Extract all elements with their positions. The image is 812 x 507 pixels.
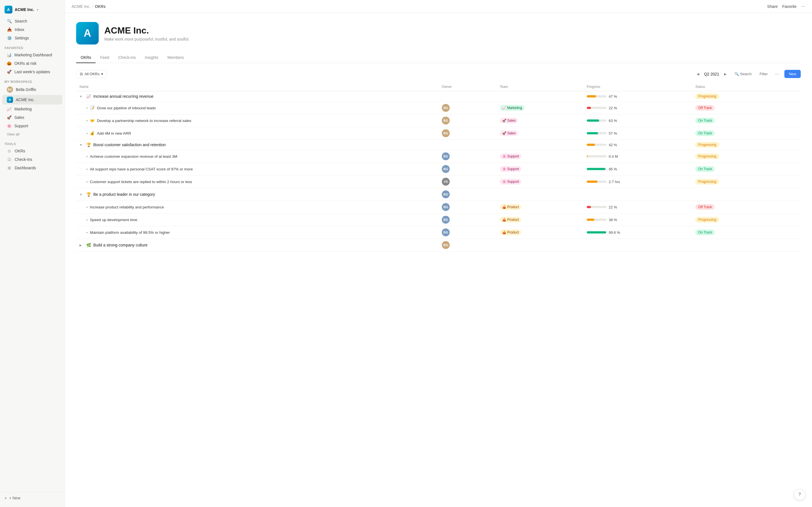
marketing-dashboard-label: Marketing Dashboard	[14, 53, 52, 57]
kr-bullet-icon: ●	[86, 180, 88, 183]
kr-owner-cell: BG	[439, 226, 497, 239]
objective-icon: 🏆	[86, 192, 91, 196]
objective-team-cell	[497, 140, 583, 150]
progress-bar-bg	[587, 206, 606, 208]
team-badge: 📈 Marketing	[500, 105, 524, 111]
objective-team-cell	[497, 91, 583, 102]
progress-bar-fill	[587, 219, 594, 221]
kr-team-cell: 🎪 Product	[497, 214, 583, 226]
workspace-selector[interactable]: A ACME Inc. ▾	[0, 3, 64, 17]
next-period-button[interactable]: ▶	[722, 71, 729, 77]
sidebar-item-okrs[interactable]: ⊙ OKRs	[2, 147, 62, 155]
kr-bullet-icon: ●	[86, 107, 88, 109]
kr-status-cell: Off Track	[692, 201, 801, 214]
kr-team-cell: 🌸 Support	[497, 175, 583, 188]
expand-icon[interactable]: ▼	[80, 144, 84, 147]
kr-status-cell: Off Track	[692, 102, 801, 114]
tab-feed[interactable]: Feed	[96, 52, 114, 63]
progress-cell: 0.4 M	[587, 154, 689, 159]
expand-icon[interactable]: ▼	[80, 193, 84, 196]
progress-bar-bg	[587, 119, 606, 122]
breadcrumb-parent[interactable]: ACME Inc.	[71, 4, 91, 9]
team-badge: 🎪 Product	[500, 217, 521, 223]
progress-cell: 2.7 hrs	[587, 180, 689, 184]
kr-icon: 🤝	[90, 118, 95, 123]
tab-insights[interactable]: Insights	[140, 52, 163, 63]
tab-members[interactable]: Members	[163, 52, 188, 63]
kr-label: All support reps have a personal CSAT sc…	[90, 167, 193, 171]
sidebar-item-okrs-at-risk[interactable]: 🎃 OKRs at risk	[2, 59, 62, 67]
kr-progress-cell: 2.7 hrs	[583, 175, 692, 188]
tabs: OKRs Feed Check-ins Insights Members	[76, 52, 801, 63]
objective-icon: 📈	[86, 94, 91, 99]
support-icon: 🌸	[7, 124, 11, 128]
more-options-button[interactable]: ···	[801, 3, 805, 9]
col-header-status: Status	[692, 82, 801, 91]
inbox-icon: 📥	[7, 27, 12, 32]
all-okrs-filter[interactable]: ⊟ All OKRs ▾	[76, 70, 107, 78]
objective-icon: 🏆	[86, 143, 91, 147]
progress-bar-bg	[587, 168, 606, 170]
toolbar-more-button[interactable]: ···	[773, 70, 781, 77]
sidebar-item-support[interactable]: 🌸 Support	[2, 122, 62, 130]
owner-avatar: BG	[442, 216, 450, 224]
help-button[interactable]: ?	[794, 489, 805, 500]
kr-status-cell: Progressing	[692, 150, 801, 163]
sidebar-item-marketing-dashboard[interactable]: 📊 Marketing Dashboard	[2, 51, 62, 59]
company-info: ACME Inc. Make work more purposeful, tru…	[104, 25, 190, 41]
status-badge: On Track	[695, 130, 715, 136]
filter-button[interactable]: Filter	[757, 71, 770, 77]
company-logo-letter: A	[84, 27, 91, 39]
view-all-link[interactable]: View all	[2, 130, 62, 138]
progress-bar-bg	[587, 180, 606, 183]
status-badge: Off Track	[695, 204, 714, 210]
kr-bullet-icon: ●	[86, 119, 88, 122]
prev-period-button[interactable]: ◀	[695, 71, 701, 77]
progress-text: 63 %	[609, 119, 617, 123]
dashboards-icon: ⊞	[7, 166, 12, 170]
owner-avatar: BG	[442, 129, 450, 137]
sidebar-item-settings[interactable]: ⚙️ Settings	[2, 34, 62, 42]
team-badge: 🎪 Product	[500, 230, 521, 235]
search-button[interactable]: 🔍 Search	[732, 71, 754, 77]
sidebar-item-last-weeks-updates[interactable]: 🚀 Last week's updates	[2, 68, 62, 76]
content-area: A ACME Inc. Make work more purposeful, t…	[65, 13, 812, 507]
new-item-button[interactable]: + + New	[0, 492, 64, 504]
kr-label: Grow our pipeline of inbound leads	[97, 106, 156, 110]
kr-team-cell: 🚀 Sales	[497, 114, 583, 127]
table-row: ● Speed up development time BG🎪 Product …	[76, 214, 801, 226]
sidebar-item-search[interactable]: 🔍 Search	[2, 17, 62, 25]
sidebar-item-checkins[interactable]: ☑ Check-ins	[2, 156, 62, 163]
sidebar-item-sales[interactable]: 🚀 Sales	[2, 114, 62, 121]
expand-icon[interactable]: ▼	[80, 95, 84, 98]
progress-bar-fill	[587, 231, 606, 233]
favorite-button[interactable]: Favorite	[782, 4, 797, 9]
kr-name: ● Maintain platform availability of 99.5…	[80, 230, 435, 235]
progress-cell: 38 %	[587, 218, 689, 222]
objective-label: Boost customer satisfaction and retentio…	[93, 143, 166, 147]
share-button[interactable]: Share	[767, 4, 777, 9]
company-header: A ACME Inc. Make work more purposeful, t…	[76, 22, 801, 45]
tab-okrs[interactable]: OKRs	[76, 52, 96, 63]
progress-cell: 63 %	[587, 119, 689, 123]
kr-progress-cell: 38 %	[583, 214, 692, 226]
sidebar-item-inbox[interactable]: 📥 Inbox	[2, 25, 62, 34]
objective-team-cell	[497, 188, 583, 201]
progress-text: 99.6 %	[609, 230, 620, 235]
period-label: Q2 2021	[704, 72, 719, 76]
kr-owner-cell: BG	[439, 201, 497, 214]
objective-row: ▶ 🌿 Build a strong company culture BG	[76, 239, 801, 251]
dashboards-label: Dashboards	[15, 166, 36, 170]
progress-bar-fill	[587, 132, 598, 134]
okrs-icon: ⊙	[7, 149, 12, 153]
kr-team-cell: 🌸 Support	[497, 150, 583, 163]
sidebar-item-marketing[interactable]: 📈 Marketing	[2, 105, 62, 113]
sidebar-item-bella-griffin[interactable]: BG Bella Griffin	[2, 85, 62, 94]
tab-checkins[interactable]: Check-ins	[114, 52, 140, 63]
sidebar-item-acme-inc[interactable]: A ACME Inc.	[2, 95, 62, 105]
kr-owner-cell: BG	[439, 150, 497, 163]
sidebar-item-dashboards[interactable]: ⊞ Dashboards	[2, 164, 62, 172]
expand-icon[interactable]: ▶	[80, 244, 84, 247]
new-okr-button[interactable]: New	[784, 70, 801, 78]
objective-name: ▼ 🏆 Boost customer satisfaction and rete…	[80, 143, 435, 147]
